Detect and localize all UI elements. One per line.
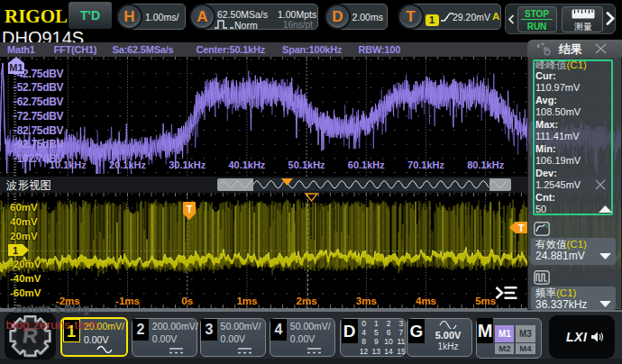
svg-text:T: T bbox=[187, 204, 193, 214]
svg-text:M1: M1 bbox=[9, 62, 23, 73]
svg-text:1: 1 bbox=[13, 245, 18, 256]
svg-text:T: T bbox=[518, 223, 525, 233]
